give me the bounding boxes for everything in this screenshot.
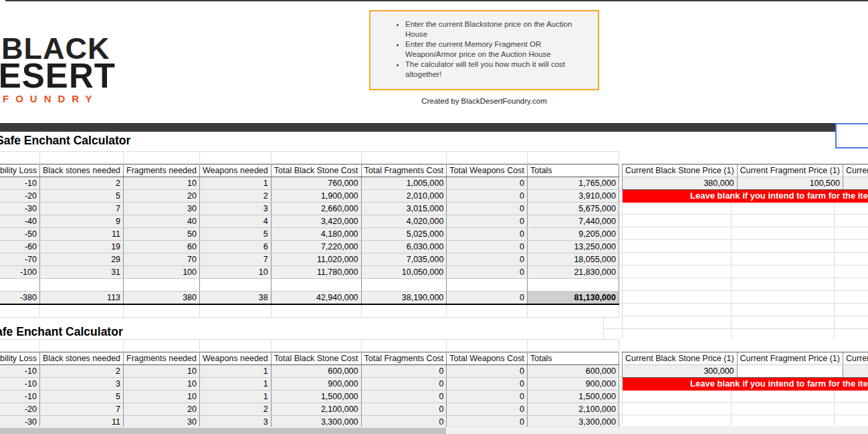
cell[interactable]: 0 [447,190,528,203]
empty-cell[interactable] [0,152,39,165]
empty-cell[interactable] [271,304,361,317]
cell[interactable]: 60 [124,241,200,253]
cell[interactable]: 3 [199,203,271,215]
empty-cell[interactable] [527,279,619,292]
column-header[interactable]: Totals [527,352,619,365]
column-header[interactable]: Black stones needed [39,352,123,365]
cell[interactable]: 4,180,000 [271,228,361,241]
cell[interactable]: 18,055,000 [527,253,619,266]
price-column-header[interactable]: Current Weapon Price (1) [843,352,868,365]
cell[interactable]: -50 [0,228,39,241]
cell[interactable]: 1 [199,177,271,190]
empty-cell[interactable] [0,340,39,352]
price-input-cell[interactable]: 100,500 [737,177,843,190]
cell[interactable]: 2,100,000 [271,403,361,416]
empty-cell[interactable] [527,340,619,352]
cell[interactable]: 11 [39,228,123,241]
cell[interactable]: 3 [39,378,123,391]
cell[interactable]: 0 [447,266,528,279]
cell[interactable]: 600,000 [527,365,619,378]
cell[interactable]: -10 [0,177,39,190]
cell[interactable]: 0 [447,203,528,215]
price-column-header[interactable]: Current Weapon Price (1) [843,165,868,177]
totals-cell[interactable]: 81,130,000 [527,292,619,305]
warning-banner[interactable]: Leave blank if you intend to farm for th… [623,378,868,391]
cell[interactable]: 5,025,000 [361,228,447,241]
price-input-cell[interactable] [843,177,868,190]
empty-cell[interactable] [39,279,123,292]
empty-cell[interactable] [0,304,39,317]
cell[interactable]: 9 [39,215,123,228]
price-input-cell[interactable]: 380,000 [623,177,738,190]
cell[interactable]: 7 [199,253,271,266]
cell[interactable]: 0 [361,403,447,416]
horizontal-scrollbar[interactable] [0,427,868,434]
empty-cell[interactable] [39,304,123,317]
cell[interactable]: 5,675,000 [527,203,619,215]
cell[interactable]: 0 [447,365,528,378]
column-header[interactable]: Fragments needed [124,165,200,177]
cell[interactable]: 6,030,000 [361,241,447,253]
column-header[interactable]: Weapons needed [199,352,271,365]
cell[interactable]: 3,420,000 [271,215,361,228]
empty-cell[interactable] [0,279,39,292]
cell[interactable]: 21,830,000 [527,266,619,279]
cell[interactable]: 100 [124,266,200,279]
cell[interactable]: 0 [447,253,528,266]
cell[interactable]: 10,050,000 [361,266,447,279]
scrollbar-thumb[interactable] [0,428,446,434]
price-input-cell[interactable] [843,365,868,378]
cell[interactable]: 13,250,000 [527,241,619,253]
cell[interactable]: 0 [447,403,528,416]
empty-cell[interactable] [447,279,528,292]
empty-cell[interactable] [527,304,619,317]
column-header[interactable]: Fragments needed [124,352,200,365]
cell[interactable]: -20 [0,190,39,203]
cell[interactable]: 1 [199,378,271,391]
column-header[interactable]: Durability Loss [0,352,39,365]
cell[interactable]: 1,500,000 [527,391,619,403]
column-header[interactable]: Durability Loss [0,165,39,177]
cell[interactable]: 20 [124,190,200,203]
cell[interactable]: 11,780,000 [271,266,361,279]
cell[interactable]: 20 [124,403,200,416]
price-input-cell[interactable] [737,365,843,378]
cell[interactable]: 900,000 [271,378,361,391]
cell[interactable]: 1 [199,365,271,378]
cell[interactable]: 1,500,000 [271,391,361,403]
column-header[interactable]: Total Weapons Cost [447,165,528,177]
empty-cell[interactable] [199,340,271,352]
cell[interactable]: 760,000 [271,177,361,190]
cell[interactable]: 7 [39,403,123,416]
cell[interactable]: 0 [447,215,528,228]
selected-cell[interactable] [835,123,868,148]
cell[interactable]: -40 [0,215,39,228]
price-column-header[interactable]: Current Black Stone Price (1) [623,165,738,177]
cell[interactable]: 1,900,000 [271,190,361,203]
cell[interactable]: 3,015,000 [361,203,447,215]
cell[interactable]: 7,440,000 [527,215,619,228]
cell[interactable]: 2 [39,365,123,378]
cell[interactable]: 0 [447,391,528,403]
cell[interactable]: 10 [124,365,200,378]
empty-cell[interactable] [361,152,447,165]
cell[interactable]: 29 [39,253,123,266]
cell[interactable]: 2 [199,403,271,416]
cell[interactable]: 40 [124,215,200,228]
totals-cell[interactable]: 113 [39,292,123,305]
cell[interactable]: 4 [199,215,271,228]
empty-cell[interactable] [447,340,528,352]
column-header[interactable]: Total Black Stone Cost [271,165,361,177]
cell[interactable]: 19 [39,241,123,253]
cell[interactable]: -10 [0,378,39,391]
cell[interactable]: 0 [447,228,528,241]
warning-banner[interactable]: Leave blank if you intend to farm for th… [623,190,868,203]
price-column-header[interactable]: Current Fragment Price (1) [737,352,843,365]
cell[interactable]: 1,765,000 [527,177,619,190]
empty-cell[interactable] [124,279,200,292]
empty-cell[interactable] [361,340,447,352]
empty-cell[interactable] [124,340,200,352]
cell[interactable]: 600,000 [271,365,361,378]
cell[interactable]: -10 [0,365,39,378]
cell[interactable]: 7 [39,203,123,215]
